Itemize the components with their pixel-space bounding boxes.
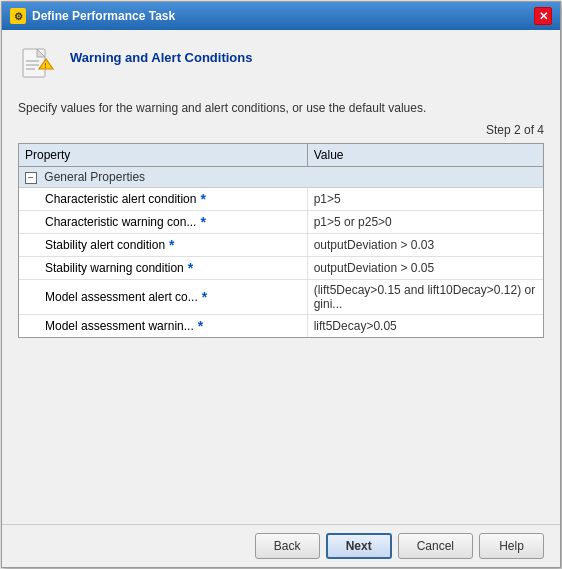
required-indicator: * bbox=[200, 191, 205, 207]
required-indicator: * bbox=[188, 260, 193, 276]
title-bar-left: ⚙ Define Performance Task bbox=[10, 8, 175, 24]
value-cell[interactable]: p1>5 bbox=[307, 187, 543, 210]
value-cell[interactable]: (lift5Decay>0.15 and lift10Decay>0.12) o… bbox=[307, 279, 543, 314]
help-button[interactable]: Help bbox=[479, 533, 544, 559]
property-label: Characteristic warning con... bbox=[45, 215, 196, 229]
column-value: Value bbox=[307, 144, 543, 167]
table-row: Characteristic warning con... * p1>5 or … bbox=[19, 210, 543, 233]
cancel-button[interactable]: Cancel bbox=[398, 533, 473, 559]
value-cell[interactable]: outputDeviation > 0.03 bbox=[307, 233, 543, 256]
properties-table: Property Value − General Properties Char… bbox=[19, 144, 543, 337]
svg-text:!: ! bbox=[44, 62, 46, 69]
required-indicator: * bbox=[198, 318, 203, 334]
value-cell[interactable]: p1>5 or p25>0 bbox=[307, 210, 543, 233]
group-label: General Properties bbox=[44, 170, 145, 184]
value-cell[interactable]: outputDeviation > 0.05 bbox=[307, 256, 543, 279]
window-title: Define Performance Task bbox=[32, 9, 175, 23]
property-cell: Stability warning condition * bbox=[19, 256, 307, 279]
description-text: Specify values for the warning and alert… bbox=[18, 100, 544, 117]
step-info: Step 2 of 4 bbox=[18, 123, 544, 137]
value-cell[interactable]: lift5Decay>0.05 bbox=[307, 314, 543, 337]
table-row: Model assessment warnin... * lift5Decay>… bbox=[19, 314, 543, 337]
property-label: Stability warning condition bbox=[45, 261, 184, 275]
required-indicator: * bbox=[202, 289, 207, 305]
back-button[interactable]: Back bbox=[255, 533, 320, 559]
table-row: Stability alert condition * outputDeviat… bbox=[19, 233, 543, 256]
table-row: Characteristic alert condition * p1>5 bbox=[19, 187, 543, 210]
header-section: ! Warning and Alert Conditions bbox=[18, 46, 544, 86]
properties-table-container: Property Value − General Properties Char… bbox=[18, 143, 544, 338]
close-button[interactable]: ✕ bbox=[534, 7, 552, 25]
property-label: Characteristic alert condition bbox=[45, 192, 196, 206]
table-row: Model assessment alert co... * (lift5Dec… bbox=[19, 279, 543, 314]
next-button[interactable]: Next bbox=[326, 533, 392, 559]
table-row: Stability warning condition * outputDevi… bbox=[19, 256, 543, 279]
property-label: Model assessment alert co... bbox=[45, 290, 198, 304]
collapse-icon[interactable]: − bbox=[25, 172, 37, 184]
header-icon: ! bbox=[18, 46, 58, 86]
property-label: Stability alert condition bbox=[45, 238, 165, 252]
property-label: Model assessment warnin... bbox=[45, 319, 194, 333]
property-cell: Characteristic warning con... * bbox=[19, 210, 307, 233]
content-area: ! Warning and Alert Conditions Specify v… bbox=[2, 30, 560, 524]
main-window: ⚙ Define Performance Task ✕ bbox=[1, 1, 561, 568]
footer: Back Next Cancel Help bbox=[2, 524, 560, 567]
header-title: Warning and Alert Conditions bbox=[70, 46, 252, 65]
window-icon: ⚙ bbox=[10, 8, 26, 24]
required-indicator: * bbox=[169, 237, 174, 253]
required-indicator: * bbox=[200, 214, 205, 230]
property-cell: Stability alert condition * bbox=[19, 233, 307, 256]
property-cell: Model assessment warnin... * bbox=[19, 314, 307, 337]
column-property: Property bbox=[19, 144, 307, 167]
title-bar: ⚙ Define Performance Task ✕ bbox=[2, 2, 560, 30]
property-cell: Characteristic alert condition * bbox=[19, 187, 307, 210]
group-row-general: − General Properties bbox=[19, 166, 543, 187]
property-cell: Model assessment alert co... * bbox=[19, 279, 307, 314]
